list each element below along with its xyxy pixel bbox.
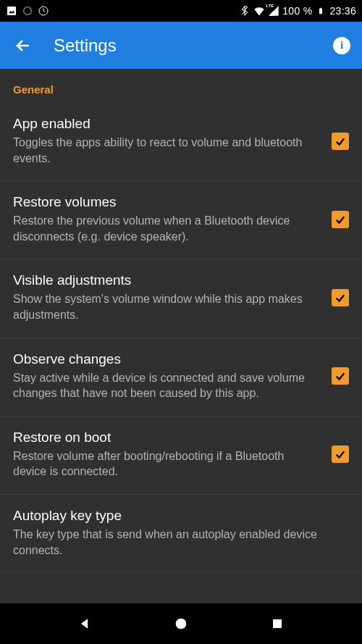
signal-icon: LTE (268, 5, 279, 17)
wifi-icon (253, 5, 265, 17)
settings-list: General App enabled Toggles the apps abi… (0, 69, 362, 603)
setting-item-visible-adjustments[interactable]: Visible adjustments Show the system's vo… (0, 259, 362, 338)
setting-title: App enabled (13, 116, 320, 132)
checkbox[interactable] (332, 133, 349, 150)
setting-desc: Stay active while a device is connected … (13, 370, 320, 401)
setting-item-app-enabled[interactable]: App enabled Toggles the apps ability to … (0, 103, 362, 181)
checkbox[interactable] (332, 446, 349, 463)
clock-time: 23:36 (329, 5, 356, 17)
info-button[interactable]: i (333, 37, 350, 54)
status-bar: LTE 100 % 23:36 (0, 0, 362, 22)
setting-desc: Show the system's volume window while th… (13, 291, 320, 322)
setting-title: Observe changes (13, 351, 320, 367)
nav-back-button[interactable] (75, 614, 95, 634)
nav-recent-button[interactable] (267, 614, 287, 634)
clock-icon (38, 5, 49, 17)
setting-desc: The key type that is send when an autopl… (13, 527, 337, 558)
setting-item-restore-on-boot[interactable]: Restore on boot Restore volume after boo… (0, 417, 362, 495)
app-bar: Settings i (0, 22, 362, 69)
lte-label: LTE (266, 4, 274, 8)
setting-item-autoplay-key-type[interactable]: Autoplay key type The key type that is s… (0, 495, 362, 573)
svg-point-6 (176, 619, 187, 630)
svg-point-2 (24, 7, 32, 15)
setting-desc: Restore volume after booting/rebooting i… (13, 448, 320, 480)
checkbox[interactable] (332, 211, 349, 228)
svg-rect-4 (319, 9, 322, 14)
setting-title: Restore volumes (13, 194, 320, 210)
battery-icon (315, 5, 327, 17)
nav-bar (0, 603, 362, 644)
setting-desc: Toggles the apps ability to react to vol… (13, 135, 320, 166)
checkbox[interactable] (332, 289, 349, 306)
bluetooth-icon (239, 5, 251, 17)
setting-title: Autoplay key type (13, 508, 337, 524)
section-header-general: General (0, 69, 362, 103)
svg-rect-5 (321, 8, 322, 9)
page-title: Settings (54, 35, 117, 56)
battery-percent: 100 % (282, 5, 312, 17)
setting-title: Visible adjustments (13, 272, 320, 288)
back-button[interactable] (12, 34, 35, 57)
setting-item-restore-volumes[interactable]: Restore volumes Restore the previous vol… (0, 181, 362, 259)
checkbox[interactable] (332, 367, 349, 385)
setting-title: Restore on boot (13, 430, 320, 446)
circle-icon (22, 5, 33, 17)
setting-desc: Restore the previous volume when a Bluet… (13, 213, 320, 244)
svg-rect-0 (7, 7, 16, 15)
setting-item-observe-changes[interactable]: Observe changes Stay active while a devi… (0, 338, 362, 417)
nav-home-button[interactable] (171, 614, 191, 634)
image-icon (6, 5, 17, 17)
svg-rect-7 (273, 619, 282, 628)
